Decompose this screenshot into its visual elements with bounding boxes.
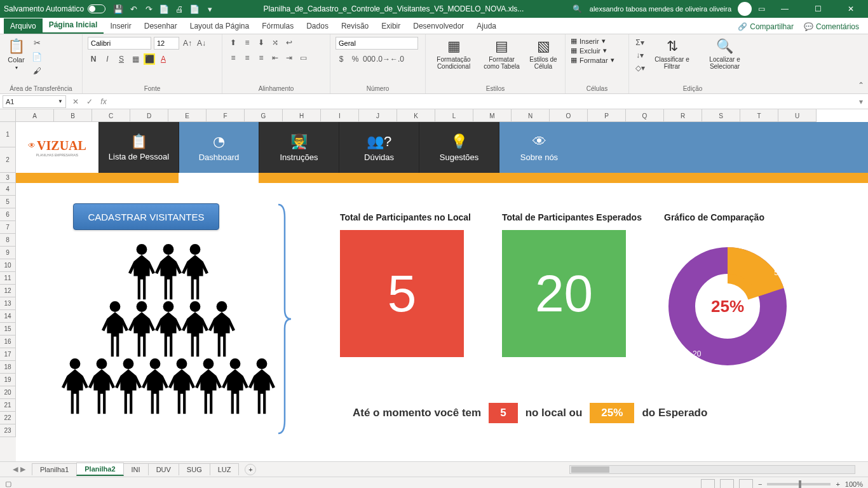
minimize-button[interactable]: ― [771, 0, 798, 18]
merge-icon[interactable]: ▭ [297, 52, 309, 64]
row-header[interactable]: 15 [0, 323, 16, 336]
row-header[interactable]: 11 [0, 272, 16, 285]
formula-input[interactable] [111, 95, 854, 108]
nav-sugestoes[interactable]: 💡Sugestões [419, 122, 499, 173]
tab-layout[interactable]: Layout da Página [184, 18, 255, 34]
align-center-icon[interactable]: ≡ [241, 52, 253, 64]
zoom-slider[interactable] [767, 483, 831, 485]
row-header[interactable]: 23 [0, 424, 16, 437]
sheet-tab-luz[interactable]: LUZ [210, 463, 240, 475]
column-header[interactable]: R [664, 109, 702, 122]
percent-icon[interactable]: % [349, 53, 361, 65]
tab-arquivo[interactable]: Arquivo [4, 18, 43, 34]
search-icon[interactable]: 🔍 [573, 4, 582, 13]
column-header[interactable]: P [588, 109, 626, 122]
row-header[interactable]: 21 [0, 399, 16, 412]
column-header[interactable]: K [397, 109, 435, 122]
number-format-select[interactable] [336, 37, 418, 50]
row-header[interactable]: 4 [0, 183, 16, 196]
column-header[interactable]: A [16, 109, 54, 122]
row-header[interactable]: 19 [0, 374, 16, 386]
record-macro-icon[interactable]: ▢ [5, 480, 11, 488]
conditional-formatting-button[interactable]: ▦Formatação Condicional [431, 37, 477, 71]
increase-decimal-icon[interactable]: .0→ [377, 53, 389, 65]
undo-icon[interactable]: ↶ [128, 4, 139, 14]
align-middle-icon[interactable]: ≡ [241, 37, 253, 48]
sheet-tab-planilha1[interactable]: Planilha1 [32, 463, 77, 475]
close-button[interactable]: ✕ [837, 0, 864, 18]
qat-icon-4[interactable]: 📄 [159, 4, 169, 14]
toggle-switch[interactable] [88, 4, 105, 13]
align-left-icon[interactable]: ≡ [227, 52, 239, 64]
row-header[interactable]: 3 [0, 173, 16, 183]
add-sheet-button[interactable]: + [245, 464, 256, 475]
row-header[interactable]: 12 [0, 285, 16, 297]
expand-formula-icon[interactable]: ▾ [854, 95, 868, 109]
tab-ajuda[interactable]: Ajuda [470, 18, 503, 34]
tab-dados[interactable]: Dados [300, 18, 335, 34]
border-icon[interactable]: ▦ [130, 53, 141, 65]
find-select-button[interactable]: 🔍Localizar e Selecionar [698, 37, 751, 71]
column-header[interactable]: N [512, 109, 550, 122]
confirm-icon[interactable]: ✓ [83, 95, 97, 109]
row-header[interactable]: 8 [0, 234, 16, 247]
select-all-corner[interactable] [0, 109, 16, 122]
tab-revisao[interactable]: Revisão [335, 18, 375, 34]
sheet-tab-sug[interactable]: SUG [179, 463, 210, 475]
comma-icon[interactable]: 000 [363, 53, 375, 65]
row-header[interactable]: 22 [0, 412, 16, 424]
copy-icon[interactable]: 📄 [31, 51, 43, 62]
column-header[interactable]: L [435, 109, 473, 122]
column-header[interactable]: G [245, 109, 283, 122]
format-button[interactable]: ▦ Formatar ▾ [571, 56, 623, 64]
row-header[interactable]: 13 [0, 297, 16, 310]
comments-button[interactable]: 💬 Comentários [799, 20, 864, 34]
share-button[interactable]: 🔗 Compartilhar [733, 20, 799, 34]
tab-inserir[interactable]: Inserir [104, 18, 137, 34]
paste-button[interactable]: 📋Colar▾ [5, 37, 27, 72]
zoom-in-icon[interactable]: + [836, 480, 839, 488]
wrap-text-icon[interactable]: ↩ [283, 37, 295, 48]
collapse-ribbon-icon[interactable]: ⌃ [854, 77, 868, 93]
align-right-icon[interactable]: ≡ [255, 52, 267, 64]
row-header[interactable]: 5 [0, 196, 16, 208]
fill-color-icon[interactable]: ⬛ [144, 53, 155, 65]
decrease-decimal-icon[interactable]: ←.0 [391, 53, 403, 65]
format-as-table-button[interactable]: ▤Formatar como Tabela [480, 37, 523, 71]
tab-exibir[interactable]: Exibir [375, 18, 407, 34]
ribbon-display-icon[interactable]: ▭ [758, 4, 765, 13]
nav-instrucoes[interactable]: 👨‍🏫Instruções [259, 122, 339, 173]
name-box[interactable]: A1▼ [3, 95, 66, 108]
italic-button[interactable]: I [102, 53, 113, 65]
row-header[interactable]: 9 [0, 247, 16, 259]
nav-lista-pessoal[interactable]: 📋Lista de Pessoal [98, 122, 179, 173]
tab-pagina-inicial[interactable]: Página Inicial [43, 17, 104, 34]
currency-icon[interactable]: $ [336, 53, 347, 65]
nav-duvidas[interactable]: 👥?Dúvidas [339, 122, 419, 173]
column-header[interactable]: E [168, 109, 207, 122]
column-header[interactable]: S [702, 109, 740, 122]
qat-icon-5[interactable]: 🖨 [174, 4, 184, 14]
row-header[interactable]: 2 [0, 147, 16, 173]
normal-view-icon[interactable] [701, 479, 715, 489]
column-header[interactable]: H [283, 109, 321, 122]
maximize-button[interactable]: ☐ [804, 0, 831, 18]
column-header[interactable]: B [54, 109, 92, 122]
column-header[interactable]: T [740, 109, 778, 122]
cancel-icon[interactable]: ✕ [69, 95, 83, 109]
font-name-select[interactable] [88, 37, 151, 50]
avatar[interactable] [738, 2, 752, 16]
column-header[interactable]: C [92, 109, 130, 122]
tab-desenvolvedor[interactable]: Desenvolvedor [407, 18, 470, 34]
row-header[interactable]: 14 [0, 310, 16, 323]
nav-dashboard[interactable]: ◔Dashboard [179, 122, 259, 173]
row-header[interactable]: 7 [0, 221, 16, 234]
save-icon[interactable]: 💾 [113, 4, 123, 14]
align-top-icon[interactable]: ⬆ [227, 37, 239, 48]
row-header[interactable]: 17 [0, 348, 16, 361]
sheet-tab-duv[interactable]: DUV [148, 463, 179, 475]
row-header[interactable]: 6 [0, 208, 16, 221]
row-header[interactable]: 1 [0, 122, 16, 147]
qat-icon-6[interactable]: 📄 [189, 4, 200, 14]
underline-button[interactable]: S [116, 53, 127, 65]
